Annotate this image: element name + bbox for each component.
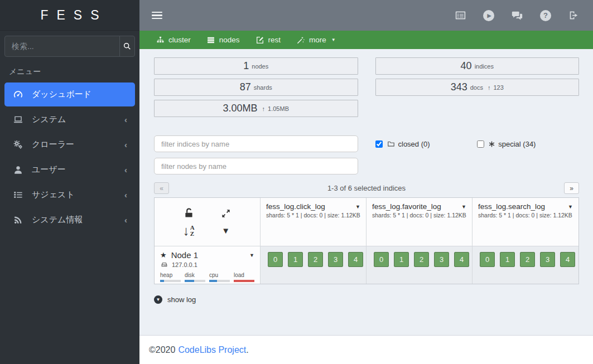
sitemap-icon <box>156 36 165 44</box>
sidebar-item-crawler[interactable]: クローラー ‹ <box>4 133 135 157</box>
play-circle-icon[interactable]: ▶ <box>483 9 495 22</box>
shard-cell-click-log: 0 1 2 3 4 <box>261 246 367 284</box>
show-log-toggle[interactable]: ▼ show log <box>154 295 579 304</box>
index-meta: shards: 5 * 1 | docs: 0 | size: 1.12KB <box>478 212 573 219</box>
caret-down-icon[interactable]: ▼ <box>221 226 230 235</box>
expand-icon[interactable] <box>220 208 232 219</box>
node-filter-input[interactable] <box>154 158 358 174</box>
server-icon <box>206 36 215 45</box>
sidebar-item-label: システム情報 <box>32 215 83 225</box>
index-header-search-log: fess_log.search_log ▼ shards: 5 * 1 | do… <box>473 198 578 246</box>
index-meta: shards: 5 * 1 | docs: 0 | size: 1.12KB <box>372 212 466 219</box>
metric-disk: disk <box>185 272 205 282</box>
shard-box[interactable]: 2 <box>520 252 535 267</box>
index-name: fess_log.click_log <box>266 202 325 211</box>
caret-down-icon[interactable]: ▼ <box>355 204 360 210</box>
chevron-left-icon: ‹ <box>124 140 127 149</box>
index-name: fess_log.favorite_log <box>372 202 441 211</box>
chevron-left-icon: ‹ <box>124 215 127 225</box>
sidebar-item-dashboard[interactable]: ダッシュボード <box>4 82 135 106</box>
shard-box[interactable]: 3 <box>540 252 555 267</box>
sign-out-icon[interactable] <box>568 9 580 22</box>
footer-suffix: . <box>246 345 248 355</box>
wand-icon <box>296 36 305 45</box>
cluster-overview-panel: 1 nodes 87 shards 3.00MB ↑ 1.05MB <box>139 49 593 335</box>
node-metrics: heap disk cpu load <box>160 272 254 282</box>
caret-down-icon[interactable]: ▼ <box>249 253 254 258</box>
caret-down-icon[interactable]: ▼ <box>461 204 466 210</box>
index-header-click-log: fess_log.click_log ▼ shards: 5 * 1 | doc… <box>261 198 367 246</box>
stat-docs: 343 docs ↑ 123 <box>375 79 580 96</box>
shard-box[interactable]: 2 <box>414 252 429 267</box>
index-header-favorite-log: fess_log.favorite_log ▼ shards: 5 * 1 | … <box>367 198 473 246</box>
sidebar-item-label: ユーザー <box>32 164 66 175</box>
star-icon: ★ <box>160 251 167 259</box>
user-icon <box>11 164 25 175</box>
sidebar-menu: ダッシュボード システム ‹ クローラー ‹ ユーザー <box>0 82 139 232</box>
stat-indices: 40 indices <box>375 57 580 75</box>
nav-nodes[interactable]: nodes <box>199 31 248 49</box>
node-cell: ★ Node 1 ▼ 127.0.0.1 heap <box>155 246 261 284</box>
comments-icon[interactable] <box>511 9 523 22</box>
sidebar-item-label: ダッシュボード <box>32 89 91 100</box>
sidebar-item-system-info[interactable]: システム情報 ‹ <box>4 208 135 232</box>
index-filter-input[interactable] <box>154 135 358 152</box>
prev-page-button[interactable]: « <box>154 182 169 194</box>
question-circle-icon[interactable]: ? <box>539 9 552 22</box>
shard-cell-favorite-log: 0 1 2 3 4 <box>367 246 473 284</box>
stat-nodes: 1 nodes <box>154 57 358 75</box>
stat-size: 3.00MB ↑ 1.05MB <box>154 100 358 117</box>
asterisk-icon <box>489 141 495 147</box>
nav-more[interactable]: more ▼ <box>288 31 344 49</box>
topbar: ▶ ? <box>139 0 593 31</box>
sidebar-item-suggest[interactable]: サジェスト ‹ <box>4 183 135 207</box>
chevron-circle-down-icon: ▼ <box>154 295 162 304</box>
arrow-up-icon: ↑ <box>488 84 491 91</box>
shard-box[interactable]: 2 <box>308 252 323 267</box>
topbar-actions: ▶ ? <box>454 9 580 22</box>
cluster-navbar: cluster nodes rest more ▼ <box>139 31 593 49</box>
special-filter[interactable]: special (34) <box>477 140 579 148</box>
shard-box[interactable]: 4 <box>454 252 469 267</box>
sidebar-search <box>4 36 135 57</box>
special-checkbox[interactable] <box>477 140 484 148</box>
filters-section: closed (0) special (34) <box>154 135 579 174</box>
sidebar-item-user[interactable]: ユーザー ‹ <box>4 158 135 182</box>
sort-alpha-icon[interactable]: ↓ AZ <box>183 224 195 237</box>
shard-box[interactable]: 4 <box>348 252 363 267</box>
search-button[interactable] <box>119 36 134 56</box>
index-meta: shards: 5 * 1 | docs: 0 | size: 1.12KB <box>266 212 360 219</box>
table-controls-cell: ↓ AZ ▼ <box>155 198 261 246</box>
tachometer-icon <box>11 89 25 100</box>
next-page-button[interactable]: » <box>564 182 579 194</box>
caret-down-icon[interactable]: ▼ <box>568 204 573 210</box>
list-alt-icon[interactable] <box>454 9 466 22</box>
footer: ©2020 CodeLibs Project . <box>139 335 593 364</box>
shard-box[interactable]: 1 <box>500 252 515 267</box>
nav-rest[interactable]: rest <box>248 31 289 49</box>
shard-box[interactable]: 0 <box>268 252 283 267</box>
closed-checkbox[interactable] <box>375 140 383 148</box>
hamburger-icon[interactable] <box>152 12 162 20</box>
sidebar-item-system[interactable]: システム ‹ <box>4 108 135 132</box>
pagination-summary: 1-3 of 6 selected indices <box>169 184 564 192</box>
shard-box[interactable]: 1 <box>394 252 409 267</box>
show-log-label: show log <box>167 295 196 304</box>
shard-box[interactable]: 3 <box>328 252 343 267</box>
app-logo: FESS <box>0 0 139 31</box>
shard-box[interactable]: 0 <box>480 252 495 267</box>
laptop-icon <box>11 114 25 125</box>
shard-box[interactable]: 1 <box>288 252 303 267</box>
shard-box[interactable]: 4 <box>560 252 575 267</box>
shard-box[interactable]: 0 <box>374 252 389 267</box>
nav-cluster[interactable]: cluster <box>148 31 199 49</box>
stats-section: 1 nodes 87 shards 3.00MB ↑ 1.05MB <box>154 57 579 121</box>
shard-box[interactable]: 3 <box>434 252 449 267</box>
unlock-icon[interactable] <box>183 207 195 219</box>
rss-icon <box>11 215 25 225</box>
gears-icon <box>11 139 25 150</box>
menu-header: メニュー <box>0 59 139 82</box>
closed-filter[interactable]: closed (0) <box>375 140 478 148</box>
search-input[interactable] <box>5 36 119 56</box>
codelibs-link[interactable]: CodeLibs Project <box>178 345 246 355</box>
